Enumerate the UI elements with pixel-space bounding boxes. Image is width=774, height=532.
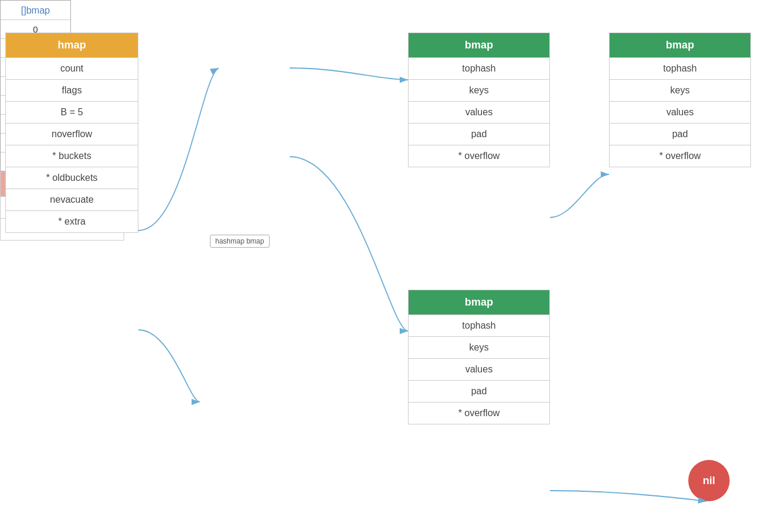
bmap2-keys: keys: [610, 79, 750, 101]
bmap2-overflow: * overflow: [610, 145, 750, 167]
hmap-field-nevacuate: nevacuate: [6, 189, 138, 210]
bmap2-values: values: [610, 101, 750, 123]
bmap1-tophash: tophash: [409, 57, 549, 79]
bmap3-header: bmap: [409, 290, 549, 314]
bmap1-values: values: [409, 101, 549, 123]
tooltip-text: hashmap bmap: [215, 237, 264, 245]
bmap1-keys: keys: [409, 79, 549, 101]
hmap-field-extra: * extra: [6, 210, 138, 232]
bmap3-pad: pad: [409, 380, 549, 402]
tooltip-hashmap: hashmap bmap: [210, 235, 270, 248]
bmap3-tophash: tophash: [409, 314, 549, 336]
bmap3-values: values: [409, 358, 549, 380]
hmap-field-count: count: [6, 57, 138, 79]
hmap-field-oldbuckets: * oldbuckets: [6, 167, 138, 189]
nil-circle: nil: [688, 460, 730, 501]
bmap2-header: bmap: [610, 33, 750, 57]
array-title: []bmap: [1, 1, 70, 20]
nil-label: nil: [703, 475, 715, 487]
bmap2-tophash: tophash: [610, 57, 750, 79]
bmap1-pad: pad: [409, 123, 549, 145]
hmap-field-noverflow: noverflow: [6, 123, 138, 145]
bmap2-box: bmap tophash keys values pad * overflow: [609, 33, 751, 167]
hmap-header: hmap: [6, 33, 138, 57]
bmap3-overflow: * overflow: [409, 402, 549, 424]
bmap2-pad: pad: [610, 123, 750, 145]
hmap-box: hmap count flags B = 5 noverflow * bucke…: [5, 33, 138, 233]
hmap-field-b: B = 5: [6, 101, 138, 123]
hmap-field-buckets: * buckets: [6, 145, 138, 167]
diagram-container: hmap count flags B = 5 noverflow * bucke…: [0, 0, 774, 532]
hmap-field-flags: flags: [6, 79, 138, 101]
bmap3-keys: keys: [409, 336, 549, 358]
bmap3-box: bmap tophash keys values pad * overflow: [408, 290, 550, 424]
bmap1-overflow: * overflow: [409, 145, 549, 167]
bmap1-header: bmap: [409, 33, 549, 57]
bmap1-box: bmap tophash keys values pad * overflow: [408, 33, 550, 167]
